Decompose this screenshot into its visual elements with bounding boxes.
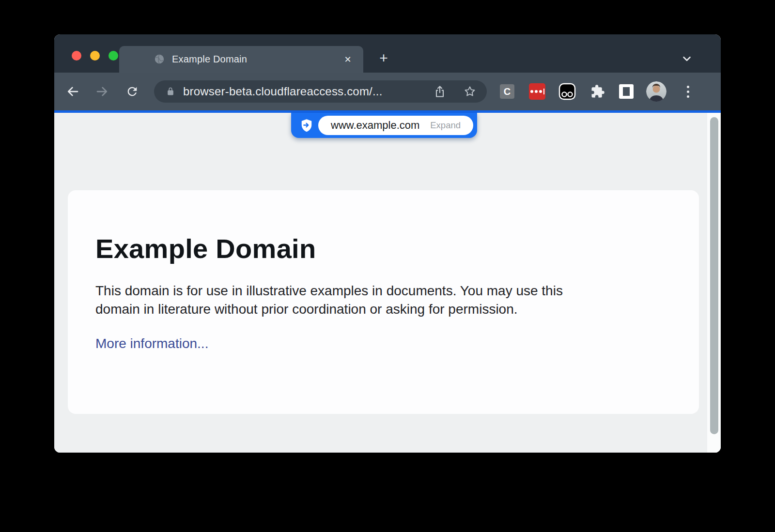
extensions-puzzle-icon[interactable] bbox=[590, 84, 605, 99]
tab-example-domain[interactable]: Example Domain ✕ bbox=[119, 46, 363, 73]
toolbar: browser-beta.cloudflareaccess.com/... C bbox=[54, 73, 721, 110]
tab-title: Example Domain bbox=[172, 46, 247, 73]
shield-arrow-icon bbox=[299, 118, 314, 133]
traffic-light-zoom[interactable] bbox=[108, 51, 118, 61]
scrollbar-thumb[interactable] bbox=[710, 117, 718, 434]
globe-favicon-icon bbox=[154, 54, 165, 64]
tab-close-icon[interactable]: ✕ bbox=[341, 53, 355, 66]
page-body-text: This domain is for use in illustrative e… bbox=[95, 282, 670, 319]
page-title: Example Domain bbox=[95, 233, 670, 264]
tab-search-chevron-icon[interactable] bbox=[678, 52, 696, 65]
extension-dark-camera-icon[interactable] bbox=[558, 83, 576, 100]
forward-button[interactable] bbox=[94, 84, 110, 99]
browser-menu-icon[interactable] bbox=[680, 84, 696, 99]
scrollbar-track[interactable] bbox=[707, 113, 721, 453]
expand-button[interactable]: Expand bbox=[430, 120, 461, 131]
more-information-link[interactable]: More information... bbox=[95, 336, 208, 351]
lock-icon bbox=[166, 87, 175, 96]
new-tab-button[interactable]: + bbox=[375, 49, 392, 67]
isolation-domain-pill[interactable]: www.example.com Expand bbox=[291, 113, 477, 138]
tab-strip: Example Domain ✕ + bbox=[54, 34, 721, 73]
bookmark-star-icon[interactable] bbox=[463, 85, 477, 98]
address-bar[interactable]: browser-beta.cloudflareaccess.com/... bbox=[154, 80, 487, 103]
browser-window: Example Domain ✕ + bbox=[54, 34, 721, 453]
body-line-1: This domain is for use in illustrative e… bbox=[95, 282, 670, 300]
reload-button[interactable] bbox=[124, 84, 140, 99]
extension-lastpass-icon[interactable] bbox=[529, 83, 545, 100]
share-icon[interactable] bbox=[433, 85, 447, 98]
page-viewport: www.example.com Expand Example Domain Th… bbox=[54, 113, 721, 453]
extension-c-icon[interactable]: C bbox=[500, 84, 514, 99]
side-panel-icon[interactable] bbox=[619, 84, 634, 99]
profile-avatar[interactable] bbox=[646, 81, 666, 102]
body-line-2: domain in literature without prior coord… bbox=[95, 300, 670, 319]
isolated-domain-chip[interactable]: www.example.com Expand bbox=[318, 116, 473, 135]
traffic-light-close[interactable] bbox=[72, 51, 81, 61]
isolated-domain-text: www.example.com bbox=[331, 119, 419, 132]
url-text[interactable]: browser-beta.cloudflareaccess.com/... bbox=[183, 80, 383, 103]
content-card: Example Domain This domain is for use in… bbox=[68, 190, 699, 414]
traffic-light-minimize[interactable] bbox=[90, 51, 100, 61]
back-button[interactable] bbox=[65, 84, 80, 99]
